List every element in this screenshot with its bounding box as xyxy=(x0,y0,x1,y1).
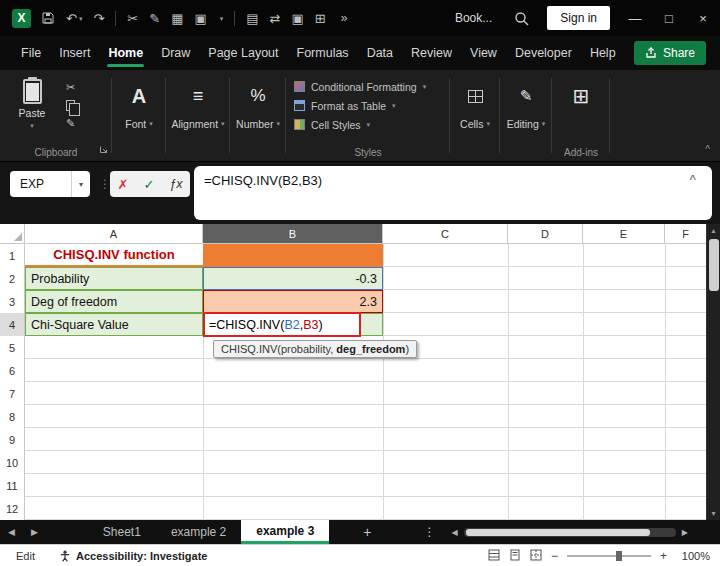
row-header[interactable]: 1 xyxy=(0,244,24,267)
menu-tab-data[interactable]: Data xyxy=(358,36,402,70)
vertical-scroll-thumb[interactable] xyxy=(709,239,719,291)
addins-group-button[interactable]: ⊞ Add-ins xyxy=(552,70,610,161)
share-button[interactable]: Share xyxy=(634,41,706,65)
page-layout-view-icon[interactable] xyxy=(509,549,521,563)
cell-b1[interactable] xyxy=(203,244,383,267)
row-header[interactable]: 10 xyxy=(0,451,24,474)
cell-b4-edit-box[interactable]: =CHISQ.INV(B2,B3) xyxy=(203,312,361,337)
cut-button[interactable]: ✂ xyxy=(66,82,75,93)
format-as-table-button[interactable]: Format as Table ▾ xyxy=(294,96,442,115)
cell-b3[interactable]: 2.3 xyxy=(203,290,383,313)
zoom-out-icon[interactable]: − xyxy=(551,549,558,563)
scroll-left-icon[interactable]: ◀ xyxy=(446,528,464,537)
menu-tab-draw[interactable]: Draw xyxy=(152,36,199,70)
zoom-slider[interactable] xyxy=(567,555,651,557)
select-all-corner[interactable] xyxy=(0,224,25,243)
name-box[interactable]: EXP ▾ xyxy=(10,171,90,197)
cells-group-button[interactable]: Cells▾ xyxy=(450,70,500,161)
column-header-b[interactable]: B xyxy=(203,224,383,243)
insert-function-icon[interactable]: ƒx xyxy=(169,177,182,191)
format-painter-icon[interactable]: ✎ xyxy=(149,12,160,25)
column-header-f[interactable]: F xyxy=(665,224,706,243)
switch-windows-icon[interactable]: ⇄ xyxy=(270,12,281,25)
row-header[interactable]: 8 xyxy=(0,405,24,428)
document-icon[interactable]: ▤ xyxy=(246,12,258,25)
menu-tab-help[interactable]: Help xyxy=(581,36,625,70)
menu-tab-developer[interactable]: Developer xyxy=(506,36,581,70)
zoom-in-icon[interactable]: + xyxy=(660,549,667,563)
menu-tab-page-layout[interactable]: Page Layout xyxy=(199,36,287,70)
page-break-view-icon[interactable] xyxy=(530,549,542,563)
cell-a2[interactable]: Probability xyxy=(25,267,203,290)
row-header[interactable]: 5 xyxy=(0,336,24,359)
grid-icon[interactable]: ⊞ xyxy=(315,12,326,25)
row-header[interactable]: 2 xyxy=(0,267,24,290)
row-header-active[interactable]: 4 xyxy=(0,313,24,336)
row-header[interactable]: 6 xyxy=(0,359,24,382)
horizontal-scrollbar[interactable] xyxy=(464,528,676,537)
row-header[interactable]: 7 xyxy=(0,382,24,405)
cell-a4[interactable]: Chi-Square Value xyxy=(25,313,203,336)
cell-a1[interactable]: CHISQ.INV function xyxy=(25,244,203,267)
cell-a3[interactable]: Deg of freedom xyxy=(25,290,203,313)
new-sheet-button[interactable]: + xyxy=(363,524,371,540)
chevron-down-icon[interactable]: ▾ xyxy=(71,171,90,197)
cell-b2[interactable]: -0.3 xyxy=(203,267,383,290)
collapse-ribbon-icon[interactable]: ^ xyxy=(705,144,710,155)
chevron-down-icon[interactable]: ▾ xyxy=(218,15,224,22)
styles-brush-icon[interactable]: ▣ xyxy=(194,12,206,25)
undo-icon[interactable]: ↶▾ xyxy=(66,12,82,25)
alignment-group-button[interactable]: ≡ Alignment▾ xyxy=(166,70,230,161)
scroll-down-icon[interactable]: ▾ xyxy=(707,507,720,520)
tab-bar-menu-icon[interactable]: ⋮ xyxy=(424,525,436,539)
formula-bar-input[interactable]: =CHISQ.INV(B2,B3) ^ xyxy=(194,166,712,220)
cut-icon[interactable]: ✂ xyxy=(127,12,138,25)
cell-styles-button[interactable]: Cell Styles ▾ xyxy=(294,115,442,134)
grid-canvas[interactable]: 1 2 3 4 5 6 7 8 9 10 11 12 CHISQ.INV fun… xyxy=(0,244,706,520)
row-header[interactable]: 12 xyxy=(0,497,24,520)
next-sheet-icon[interactable]: ▶ xyxy=(23,527,46,537)
menu-tab-file[interactable]: File xyxy=(12,36,50,70)
close-button[interactable]: × xyxy=(686,11,720,26)
menu-tab-view[interactable]: View xyxy=(461,36,506,70)
table-icon[interactable]: ▦ xyxy=(171,12,183,25)
minimize-button[interactable]: — xyxy=(618,11,652,26)
toolbar-overflow-icon[interactable]: » xyxy=(341,11,348,25)
conditional-formatting-button[interactable]: Conditional Formatting ▾ xyxy=(294,77,442,96)
menu-tab-review[interactable]: Review xyxy=(402,36,461,70)
number-group-button[interactable]: % Number▾ xyxy=(230,70,286,161)
collapse-formula-bar-icon[interactable]: ^ xyxy=(690,173,696,185)
menu-tab-formulas[interactable]: Formulas xyxy=(288,36,358,70)
format-painter-button[interactable]: ✎ xyxy=(66,118,75,129)
cancel-icon[interactable]: ✗ xyxy=(117,177,128,192)
paste-button[interactable]: Paste ▾ xyxy=(8,75,56,145)
sheet-tab-example-3-active[interactable]: example 3 xyxy=(241,520,329,544)
scroll-up-icon[interactable]: ▴ xyxy=(707,224,720,237)
column-header-e[interactable]: E xyxy=(583,224,665,243)
sign-in-button[interactable]: Sign in xyxy=(547,6,610,30)
copy-button[interactable] xyxy=(66,100,75,111)
menu-tab-home[interactable]: Home xyxy=(99,36,152,70)
sheet-tab-sheet1[interactable]: Sheet1 xyxy=(88,520,156,544)
search-icon[interactable] xyxy=(514,11,529,26)
scroll-right-icon[interactable]: ▶ xyxy=(676,528,694,537)
redo-icon[interactable]: ↷ xyxy=(93,12,104,25)
clipboard-dialog-launcher-icon[interactable] xyxy=(99,140,108,158)
horizontal-scroll-thumb[interactable] xyxy=(466,529,650,536)
zoom-slider-thumb[interactable] xyxy=(616,551,622,561)
font-group-button[interactable]: A Font▾ xyxy=(112,70,166,161)
row-header[interactable]: 9 xyxy=(0,428,24,451)
editing-group-button[interactable]: ✎ Editing▾ xyxy=(500,70,552,161)
accessibility-status[interactable]: Accessibility: Investigate xyxy=(59,550,207,562)
vertical-scrollbar[interactable]: ▴ ▾ xyxy=(706,224,720,520)
maximize-button[interactable]: □ xyxy=(652,11,686,26)
camera-icon[interactable]: ▣ xyxy=(291,12,303,25)
column-header-d[interactable]: D xyxy=(508,224,583,243)
column-header-c[interactable]: C xyxy=(383,224,508,243)
sheet-tab-example-2[interactable]: example 2 xyxy=(156,520,241,544)
zoom-level[interactable]: 100% xyxy=(676,550,710,562)
row-header[interactable]: 3 xyxy=(0,290,24,313)
column-header-a[interactable]: A xyxy=(25,224,203,243)
previous-sheet-icon[interactable]: ◀ xyxy=(0,527,23,537)
menu-tab-insert[interactable]: Insert xyxy=(50,36,99,70)
